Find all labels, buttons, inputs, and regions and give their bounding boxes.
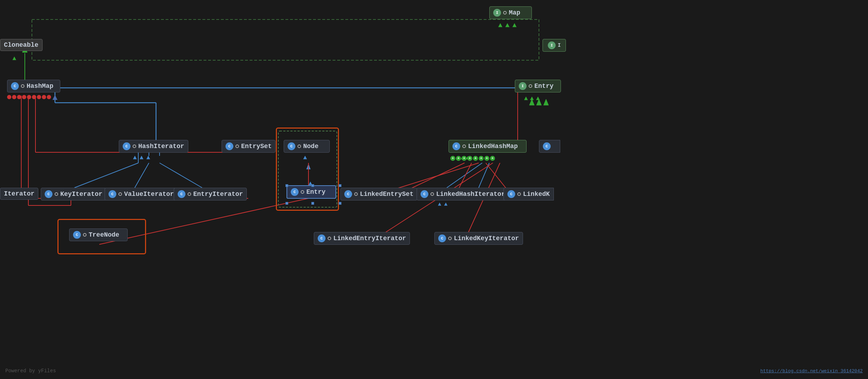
entryiterator-icon: C [178,190,185,198]
sel-handle-tr [339,184,341,187]
node-iterator[interactable]: Iterator [0,188,38,200]
entry-mid-icon: C [291,188,299,196]
hashiterator-icon: C [123,142,130,150]
map-label: Map [509,9,520,16]
node-cloneable[interactable]: Cloneable [0,39,43,51]
cloneable-arrow: ▲ [12,55,16,62]
linkedkeyiterator-dot [448,237,452,240]
svg-line-32 [372,163,493,241]
linkedhashiterator-arrows: ▲ ▲ [438,201,447,208]
node-cls-label: Node [303,143,318,150]
svg-line-17 [479,163,489,188]
treenode-label: TreeNode [89,231,119,238]
map-inherit-arrow-2: ▲ [505,21,510,29]
svg-rect-0 [32,19,539,60]
node-keyiterator[interactable]: C KeyIterator [41,188,106,200]
entry-mid-dot [301,190,304,194]
linkedhashiterator-dot [430,192,434,196]
svg-marker-15 [306,164,311,169]
linkedentryset-icon: C [344,190,352,198]
map-dot [503,11,507,15]
linkedhashiterator-icon: C [421,190,428,198]
linkedentryset-label: LinkedEntrySet [360,191,413,198]
node-hashmap[interactable]: C HashMap [7,80,60,92]
map-icon: I [493,9,501,17]
diagram-canvas: I Map ▲ ▲ ▲ I I Cloneable ▲ C HashMap I … [0,0,868,379]
node-treenode[interactable]: C TreeNode [69,228,128,241]
watermark-left: Powered by yFiles [5,368,56,374]
linkedkeyiterator-icon: C [438,234,446,242]
valueiterator-label: ValueIterator [124,191,174,198]
valueiterator-icon: C [108,190,116,198]
linkedentryiterator-icon: C [318,234,326,242]
hashmap-dot [21,84,24,88]
node-map[interactable]: I Map [489,6,532,19]
treenode-icon: C [73,231,81,239]
sel-handle-bl [285,202,288,205]
node-linkedk[interactable]: C LinkedK [503,188,554,200]
linkedentryset-dot [354,192,358,196]
map-inherit-arrow-1: ▲ [498,21,502,29]
keyiterator-dot [55,192,58,196]
node-entry-mid[interactable]: C Entry [286,185,336,199]
node-cls-arrow: ▲ [303,154,307,161]
linkedk-dot [517,192,521,196]
linkedhashiterator-label: LinkedHashIterator [436,191,505,198]
node-valueiterator[interactable]: C ValueIterator [105,188,178,200]
node-iterable-top[interactable]: I I [542,39,566,52]
node-hashiterator[interactable]: C HashIterator [119,140,188,153]
hashmap-ports [7,95,57,100]
entryset-dot [235,145,239,148]
sel-handle-br [339,202,341,205]
node-entryset[interactable]: C EntrySet [222,140,276,153]
svg-line-13 [160,163,202,188]
node-linkedhashmap[interactable]: C LinkedHashMap [449,140,527,153]
iterable-icon: I [548,41,556,49]
node-node-cls[interactable]: C Node [284,140,330,153]
valueiterator-dot [118,192,122,196]
watermark-right[interactable]: https://blog.csdn.net/weixin_36142042 [760,368,863,374]
entry-mid-arrow: ▲ [308,180,312,187]
sel-handle-bm [311,202,314,205]
linkedhashmap-ports: + + + + + + + + [450,156,495,161]
svg-line-27 [99,198,308,244]
node-cls-icon: C [288,142,295,150]
svg-line-16 [447,163,482,188]
svg-line-11 [74,163,138,188]
linkedk-icon: C [507,190,515,198]
hashiterator-label: HashIterator [138,143,184,150]
iterator-label: Iterator [4,190,34,197]
linkedhashmap-icon: C [452,142,460,150]
hashiterator-dot [133,145,136,148]
hashmap-label: HashMap [27,83,54,90]
linkedentryiterator-dot [328,237,331,240]
map-inherit-arrow-3: ▲ [512,21,517,29]
linkedentryiterator-label: LinkedEntryIterator [333,235,406,242]
entry-top-right-arrows: ▲ ▲ ▲ [524,95,540,102]
svg-line-12 [135,163,149,188]
entry-top-right-icon: I [519,82,527,90]
hashiterator-arrows: ▲ ▲ ▲ [133,154,150,161]
entryiterator-label: EntryIterator [193,191,243,198]
node-entry-top-right[interactable]: I Entry [515,80,561,92]
node-cls-dot [297,145,301,148]
treenode-dot [83,233,87,237]
linkedkeyiterator-label: LinkedKeyIterator [454,235,519,242]
entry-mid-label: Entry [306,188,326,196]
entry-top-right-label: Entry [534,83,553,90]
iterable-label: I [558,43,561,48]
keyiterator-icon: C [45,190,52,198]
node-entryiterator[interactable]: C EntryIterator [174,188,247,200]
keyiterator-label: KeyIterator [60,191,102,198]
node-rightside[interactable]: C [539,140,560,153]
entry-top-right-dot [529,84,532,88]
node-linkedhashiterator[interactable]: C LinkedHashIterator [417,188,509,200]
rightside-icon: C [543,142,551,150]
node-linkedkeyiterator[interactable]: C LinkedKeyIterator [434,232,523,245]
node-linkedentryset[interactable]: C LinkedEntrySet [340,188,417,200]
node-linkedentryiterator[interactable]: C LinkedEntryIterator [314,232,410,245]
linkedhashmap-dot [462,145,466,148]
hashmap-icon: C [11,82,19,90]
svg-line-33 [464,163,500,241]
entryset-icon: C [226,142,233,150]
